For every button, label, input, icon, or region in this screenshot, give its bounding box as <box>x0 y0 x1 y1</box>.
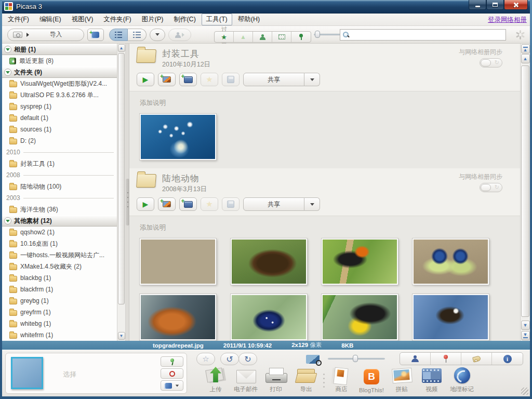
scroll-thumb[interactable] <box>118 53 125 304</box>
photo-thumbnail-green-jays[interactable] <box>413 238 489 285</box>
scroll-top-icon[interactable]: ▲ <box>521 44 530 54</box>
tree-collection-header[interactable]: 其他素材 (12) <box>2 215 117 227</box>
thumbnail-zoom-slider[interactable] <box>328 356 385 362</box>
tree-folder-item[interactable]: VisualWget(Wget图形版)V2.4... <box>2 78 117 89</box>
scroll-up-icon[interactable]: ▲ <box>521 54 530 63</box>
rotate-right-button[interactable] <box>238 353 257 365</box>
tree-folder-item[interactable]: 陆地动物 (100) <box>2 181 117 192</box>
scroll-bottom-icon[interactable]: ▼ <box>521 331 530 340</box>
filter-faces-button[interactable] <box>253 32 272 42</box>
tree-folder-item[interactable]: sources (1) <box>2 124 117 135</box>
slideshow-button[interactable] <box>137 197 154 211</box>
star-button[interactable] <box>201 197 218 211</box>
slider-thumb[interactable] <box>315 31 320 38</box>
people-button[interactable] <box>168 29 191 41</box>
blog-button[interactable]: BlogThis! <box>356 368 387 393</box>
photo-thumbnail-toucan[interactable] <box>322 238 398 285</box>
tree-folder-item[interactable]: blackfrm (1) <box>2 284 117 295</box>
photo-thumbnail-butterfly[interactable] <box>231 294 307 340</box>
tree-folder-item[interactable]: 一键hosts.一般视频网站去广... <box>2 249 117 261</box>
tree-folder-item[interactable]: greyfrm (1) <box>2 307 117 318</box>
pane-splitter[interactable] <box>126 44 129 341</box>
save-button[interactable] <box>222 197 240 211</box>
tree-folder-item[interactable]: sysprep (1) <box>2 101 117 112</box>
photo-thumbnail-eagle[interactable] <box>413 294 489 340</box>
tree-view-button[interactable] <box>128 29 147 41</box>
photo-thumbnail-keel-toucan[interactable] <box>322 294 398 340</box>
tree-folder-item[interactable]: default (1) <box>2 112 117 124</box>
collapse-arrow-icon[interactable] <box>4 46 11 53</box>
tree-folder-item[interactable]: 最近更新 (8) <box>2 55 117 66</box>
scroll-down-icon[interactable]: ▼ <box>118 332 125 340</box>
scroll-up-icon[interactable]: ▲ <box>118 44 125 52</box>
scroll-thumb[interactable] <box>521 65 529 317</box>
share-dropdown-button[interactable] <box>304 197 320 211</box>
sidebar-scrollbar[interactable]: ▲ ▼ <box>117 44 126 341</box>
zoom-fit-icon[interactable] <box>306 355 320 364</box>
tree-folder-item[interactable]: greybg (1) <box>2 295 117 307</box>
tree-folder-item[interactable]: qqshow2 (1) <box>2 227 117 238</box>
tree-folder-item[interactable]: 封装工具 (1) <box>2 158 117 169</box>
view-options-dropdown[interactable] <box>150 29 165 41</box>
resize-grip[interactable] <box>521 388 528 395</box>
flat-view-button[interactable] <box>109 29 128 41</box>
search-input[interactable] <box>352 30 506 39</box>
create-movie-button[interactable] <box>179 197 197 211</box>
menu-item[interactable]: 制作(C) <box>169 14 200 25</box>
selected-photo-thumbnail[interactable] <box>11 357 43 389</box>
tree-folder-item[interactable]: 海洋生物 (36) <box>2 204 117 215</box>
scroll-down-icon[interactable]: ▼ <box>521 321 530 330</box>
photo-thumbnail-lemur[interactable] <box>140 238 216 285</box>
share-dropdown-button[interactable] <box>304 73 320 86</box>
menu-item[interactable]: 文件夹(F) <box>99 14 136 25</box>
tree-folder-item[interactable]: blackbg (1) <box>2 272 117 284</box>
tree-collection-header[interactable]: 相册 (1) <box>2 44 117 55</box>
titlebar[interactable]: Picasa 3 <box>2 0 530 14</box>
create-collage-button[interactable] <box>158 73 176 86</box>
movie-button[interactable]: 视频 <box>417 367 447 393</box>
menu-item[interactable]: 视图(V) <box>67 14 98 25</box>
new-album-button[interactable]: + <box>87 29 104 41</box>
sync-toggle[interactable]: ↻ <box>480 58 502 68</box>
collapse-arrow-icon[interactable] <box>4 69 11 76</box>
tree-folder-item[interactable]: UltraISO PE 9.3.6.2766 单... <box>2 89 117 101</box>
places-panel-button[interactable] <box>431 353 461 365</box>
star-button[interactable] <box>201 73 218 86</box>
tree-folder-item[interactable]: D: (2) <box>2 135 117 147</box>
web-albums-signin-link[interactable]: 登录网络相册 <box>488 16 527 24</box>
info-panel-button[interactable]: i <box>492 353 523 365</box>
menu-item[interactable]: 编辑(E) <box>35 14 66 25</box>
hold-selection-button[interactable] <box>161 356 183 367</box>
album-caption[interactable]: 添加说明 <box>140 99 510 108</box>
album-title[interactable]: 封装工具 <box>162 48 210 60</box>
upload-button[interactable]: 上传 <box>201 367 231 393</box>
tree-folder-item[interactable]: whitefrm (1) <box>2 329 117 341</box>
rotate-left-button[interactable] <box>220 353 239 365</box>
slideshow-button[interactable] <box>137 73 154 86</box>
add-to-album-button[interactable] <box>161 380 183 391</box>
filter-movies-button[interactable] <box>272 32 291 42</box>
splitter-handle[interactable] <box>126 179 129 225</box>
menu-item[interactable]: 帮助(H) <box>233 14 264 25</box>
tree-folder-item[interactable]: whitebg (1) <box>2 318 117 329</box>
print-button[interactable]: 打印 <box>261 367 291 393</box>
photo-thumbnail-bear[interactable] <box>231 238 307 285</box>
export-button[interactable]: 导出 <box>291 367 321 393</box>
maximize-button[interactable] <box>486 0 504 10</box>
tree-folder-item[interactable]: XMake1.4.5收藏夹 (2) <box>2 261 117 272</box>
menu-item[interactable]: 文件(F) <box>3 14 34 25</box>
share-button[interactable]: 共享 <box>243 73 304 86</box>
geotag-button[interactable]: 地理标记 <box>447 367 477 393</box>
create-movie-button[interactable] <box>179 73 197 86</box>
filter-geotagged-button[interactable] <box>291 32 311 42</box>
selection-tray[interactable]: 选择 <box>5 353 187 394</box>
save-button[interactable] <box>222 73 240 86</box>
slider-thumb[interactable] <box>353 355 358 362</box>
content-scrollbar[interactable]: ▲ ▲ ▼ ▼ <box>520 44 530 341</box>
clear-selection-button[interactable] <box>161 368 183 379</box>
menu-item[interactable]: 图片(P) <box>137 14 168 25</box>
album-title[interactable]: 陆地动物 <box>162 172 207 184</box>
email-button[interactable]: 电子邮件 <box>231 367 261 393</box>
filter-uploaded-button[interactable]: ▲ <box>234 32 253 42</box>
tags-panel-button[interactable] <box>461 353 492 365</box>
